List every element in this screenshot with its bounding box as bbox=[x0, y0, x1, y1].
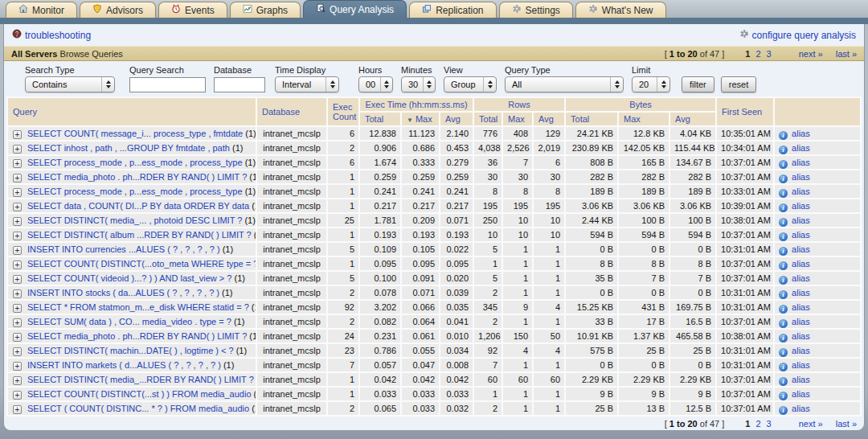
last-page-link[interactable]: last » bbox=[836, 49, 857, 59]
troubleshooting-link[interactable]: troubleshooting bbox=[12, 29, 91, 41]
hours-select[interactable]: 00 bbox=[358, 76, 393, 92]
alias-link[interactable]: alias bbox=[792, 302, 810, 312]
limit-select[interactable]: 20 bbox=[632, 76, 670, 92]
query-link[interactable]: SELECT COUNT( videoid )...? ) ) AND last… bbox=[27, 273, 231, 283]
page-link-3[interactable]: 3 bbox=[767, 49, 772, 59]
expand-query-button[interactable]: + bbox=[13, 261, 22, 269]
query-link[interactable]: SELECT * FROM statmon_m...e_disk WHERE s… bbox=[27, 302, 249, 312]
tab-monitor[interactable]: Monitor bbox=[6, 2, 77, 18]
time-display-select[interactable]: Interval bbox=[275, 76, 339, 92]
alias-link[interactable]: alias bbox=[792, 375, 810, 384]
alias-link[interactable]: alias bbox=[792, 360, 810, 370]
expand-query-button[interactable]: + bbox=[13, 304, 22, 313]
minutes-select[interactable]: 30 bbox=[401, 76, 436, 92]
col-header-rows-avg[interactable]: Avg bbox=[534, 113, 564, 125]
expand-query-button[interactable]: + bbox=[13, 232, 22, 240]
query-link[interactable]: SELECT DISTINCT( media_...RDER BY RAND( … bbox=[27, 375, 254, 384]
reset-button[interactable]: reset bbox=[721, 76, 756, 92]
tab-query-analysis[interactable]: Query Analysis bbox=[303, 0, 407, 18]
expand-query-button[interactable]: + bbox=[13, 333, 22, 342]
query-link[interactable]: SELECT DISTINCT( album ...RDER BY RAND( … bbox=[27, 230, 252, 240]
expand-query-button[interactable]: + bbox=[13, 318, 22, 327]
query-link[interactable]: SELECT COUNT( DISTINCT(...oto_meta WHERE… bbox=[27, 259, 256, 269]
search-type-select[interactable]: Contains bbox=[25, 76, 115, 92]
query-link[interactable]: SELECT DISTINCT( media_... , photoid DES… bbox=[27, 215, 242, 225]
alias-link[interactable]: alias bbox=[792, 317, 810, 326]
query-link[interactable]: SELECT inhost , path , ...GROUP BY fmtda… bbox=[27, 143, 230, 153]
expand-query-button[interactable]: + bbox=[13, 275, 22, 284]
query-link[interactable]: SELECT media_photo . ph...RDER BY RAND( … bbox=[27, 331, 247, 341]
query-link[interactable]: SELECT media_photo . ph...RDER BY RAND( … bbox=[27, 172, 247, 182]
page-link-3[interactable]: 3 bbox=[767, 419, 772, 429]
query-search-input[interactable] bbox=[129, 77, 206, 92]
col-header-first-seen[interactable]: First Seen bbox=[717, 98, 773, 125]
alias-link[interactable]: alias bbox=[792, 158, 810, 167]
alias-link[interactable]: alias bbox=[792, 273, 810, 283]
expand-query-button[interactable]: + bbox=[13, 203, 22, 211]
expand-query-button[interactable]: + bbox=[13, 159, 22, 168]
expand-query-button[interactable]: + bbox=[13, 376, 22, 385]
expand-query-button[interactable]: + bbox=[13, 289, 22, 298]
col-header-bytes-total[interactable]: Total bbox=[566, 113, 617, 125]
tab-settings[interactable]: Settings bbox=[499, 2, 573, 18]
expand-query-button[interactable]: + bbox=[13, 174, 22, 183]
alias-link[interactable]: alias bbox=[792, 244, 810, 254]
col-header-exec-time-max[interactable]: ▼Max bbox=[402, 113, 439, 125]
query-link[interactable]: SELECT data , COUNT( DI...P BY data ORDE… bbox=[27, 201, 249, 211]
query-link[interactable]: INSERT INTO currencies ...ALUES ( ? , ? … bbox=[27, 244, 220, 254]
query-link[interactable]: SELECT SUM( data ) , CO... media_video .… bbox=[27, 317, 231, 326]
view-select[interactable]: Group bbox=[444, 76, 497, 92]
filter-button[interactable]: filter bbox=[682, 76, 714, 92]
query-link[interactable]: INSERT INTO stocks ( da...ALUES ( ? , ? … bbox=[27, 288, 219, 297]
alias-link[interactable]: alias bbox=[792, 346, 810, 355]
expand-query-button[interactable]: + bbox=[13, 188, 22, 197]
col-header-query[interactable]: Query bbox=[8, 98, 256, 125]
expand-query-button[interactable]: + bbox=[13, 391, 22, 400]
query-link[interactable]: SELECT COUNT( message_i... process_type … bbox=[27, 129, 243, 138]
page-link-2[interactable]: 2 bbox=[755, 419, 760, 429]
alias-link[interactable]: alias bbox=[792, 230, 810, 240]
tab-advisors[interactable]: Advisors bbox=[80, 2, 156, 18]
alias-link[interactable]: alias bbox=[792, 404, 810, 413]
alias-link[interactable]: alias bbox=[792, 331, 810, 341]
tab-graphs[interactable]: Graphs bbox=[230, 2, 301, 18]
alias-link[interactable]: alias bbox=[792, 187, 810, 196]
col-header-rows-total[interactable]: Total bbox=[474, 113, 502, 125]
col-header-bytes-max[interactable]: Max bbox=[619, 113, 669, 125]
last-page-link[interactable]: last » bbox=[836, 419, 857, 429]
expand-query-button[interactable]: + bbox=[13, 217, 22, 226]
query-link[interactable]: SELECT ( COUNT( DISTINC... * ? ) FROM me… bbox=[27, 404, 249, 413]
col-header-exec-time-total[interactable]: Total bbox=[360, 113, 400, 125]
expand-query-button[interactable]: + bbox=[13, 130, 22, 139]
tab-events[interactable]: Events bbox=[158, 2, 227, 18]
page-link-2[interactable]: 2 bbox=[755, 49, 760, 59]
alias-link[interactable]: alias bbox=[792, 172, 810, 182]
query-link[interactable]: SELECT COUNT( DISTINCT(...st ) ) FROM me… bbox=[27, 389, 252, 399]
col-header-bytes-avg[interactable]: Avg bbox=[670, 113, 715, 125]
query-type-select[interactable]: All bbox=[505, 76, 624, 92]
alias-link[interactable]: alias bbox=[792, 129, 810, 138]
expand-query-button[interactable]: + bbox=[13, 246, 22, 255]
tab-replication[interactable]: Replication bbox=[409, 2, 496, 18]
alias-link[interactable]: alias bbox=[792, 215, 810, 225]
expand-query-button[interactable]: + bbox=[13, 405, 22, 414]
tab-whats-new[interactable]: What's New bbox=[575, 2, 666, 18]
alias-link[interactable]: alias bbox=[792, 288, 810, 297]
database-input[interactable] bbox=[214, 77, 265, 92]
next-page-link[interactable]: next » bbox=[799, 419, 823, 429]
query-link[interactable]: SELECT process_mode , p...ess_mode , pro… bbox=[27, 158, 243, 167]
alias-link[interactable]: alias bbox=[792, 201, 810, 211]
query-link[interactable]: SELECT process_mode , p...ess_mode , pro… bbox=[27, 187, 243, 196]
expand-query-button[interactable]: + bbox=[13, 347, 22, 356]
configure-query-analysis-link[interactable]: configure query analysis bbox=[739, 29, 856, 41]
next-page-link[interactable]: next » bbox=[799, 49, 823, 59]
expand-query-button[interactable]: + bbox=[13, 362, 22, 371]
col-header-exec-count[interactable]: Exec Count bbox=[328, 98, 358, 125]
alias-link[interactable]: alias bbox=[792, 259, 810, 269]
alias-link[interactable]: alias bbox=[792, 143, 810, 153]
query-link[interactable]: SELECT DISTINCT( machin...DATE( ) , logt… bbox=[27, 346, 234, 355]
alias-link[interactable]: alias bbox=[792, 389, 810, 399]
col-header-database[interactable]: Database bbox=[257, 98, 326, 125]
col-header-rows-max[interactable]: Max bbox=[503, 113, 532, 125]
expand-query-button[interactable]: + bbox=[13, 145, 22, 154]
